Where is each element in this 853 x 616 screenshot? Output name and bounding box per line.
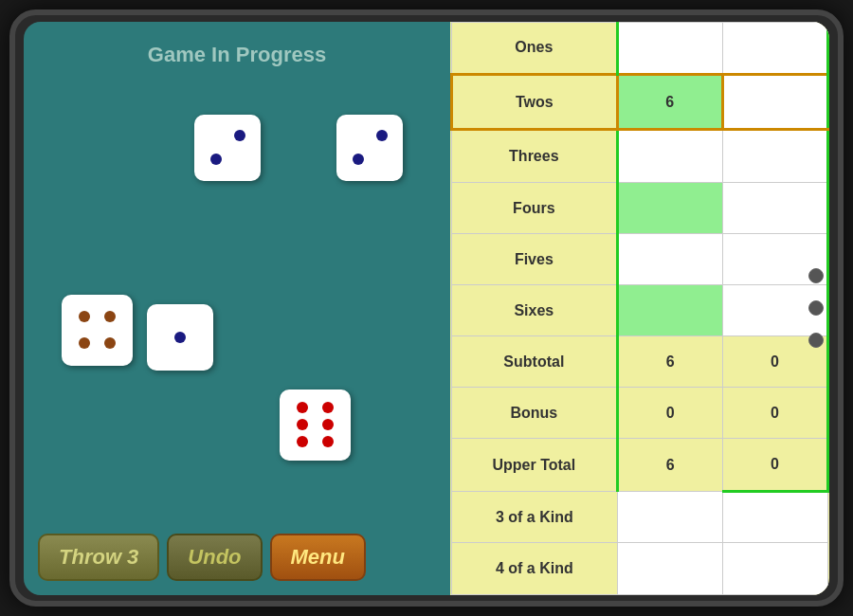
menu-button[interactable]: Menu xyxy=(270,534,366,581)
table-row-3ofkind[interactable]: 3 of a Kind xyxy=(452,492,828,543)
die-dot xyxy=(104,337,116,349)
score-p1: 6 xyxy=(617,439,722,492)
dot-cell xyxy=(370,148,393,172)
die-dot xyxy=(174,332,186,343)
score-p2 xyxy=(722,75,827,130)
die-3-dots xyxy=(62,295,133,366)
game-title: Game In Progress xyxy=(24,22,450,77)
die-dot xyxy=(297,419,308,430)
dot-cell xyxy=(71,330,98,356)
score-table: Ones Twos 6 Threes Fours xyxy=(450,22,829,595)
score-p2: 0 xyxy=(722,388,827,439)
table-row-ones[interactable]: Ones xyxy=(452,22,828,75)
table-row-subtotal: Subtotal 6 0 xyxy=(452,336,828,388)
die-1[interactable] xyxy=(194,115,261,181)
die-3[interactable] xyxy=(62,295,133,366)
die-4[interactable] xyxy=(147,304,213,371)
side-button-1[interactable] xyxy=(808,268,824,283)
die-5[interactable] xyxy=(280,390,351,461)
tablet-frame: Game In Progress xyxy=(9,9,844,607)
dot-cell xyxy=(204,148,227,172)
score-p1 xyxy=(617,492,722,543)
score-p2: 0 xyxy=(722,439,827,492)
die-dot xyxy=(234,130,245,141)
die-2-dots xyxy=(336,115,403,181)
score-p1: 0 xyxy=(617,388,722,439)
table-row-bonus: Bonus 0 0 xyxy=(452,388,828,439)
score-p1 xyxy=(617,234,722,285)
dot-cell xyxy=(346,148,370,172)
score-p2 xyxy=(722,22,827,75)
die-4-dots xyxy=(147,304,213,371)
die-dot xyxy=(376,130,388,141)
die-dot xyxy=(79,337,90,349)
die-dot xyxy=(322,402,334,413)
category-label: Fives xyxy=(452,234,618,285)
score-area: Ones Twos 6 Threes Fours xyxy=(450,22,829,595)
dot-cell xyxy=(316,433,342,450)
category-label: Twos xyxy=(452,75,618,130)
score-p2 xyxy=(722,492,827,543)
action-buttons: Throw 3 Undo Menu xyxy=(38,534,366,581)
table-row-twos[interactable]: Twos 6 xyxy=(452,75,828,130)
dot-cell xyxy=(370,124,393,148)
dot-cell xyxy=(346,124,370,148)
dot-cell xyxy=(289,416,316,433)
dot-cell xyxy=(289,433,316,450)
game-area: Game In Progress xyxy=(24,22,450,595)
die-dot xyxy=(353,154,364,165)
undo-button[interactable]: Undo xyxy=(167,534,262,581)
dot-cell xyxy=(71,304,98,331)
die-1-dots xyxy=(194,115,261,181)
score-p2 xyxy=(722,183,827,234)
dice-area xyxy=(24,77,450,503)
score-p1 xyxy=(617,22,722,75)
category-label: Bonus xyxy=(452,388,618,439)
table-row-4ofkind[interactable]: 4 of a Kind xyxy=(452,543,828,594)
score-p1: 6 xyxy=(617,336,722,388)
die-dot xyxy=(297,436,308,447)
score-p1 xyxy=(617,183,722,234)
throw-button[interactable]: Throw 3 xyxy=(38,534,159,581)
score-p2 xyxy=(722,130,827,183)
table-row-fours[interactable]: Fours xyxy=(452,183,828,234)
side-buttons xyxy=(808,268,824,348)
dot-cell xyxy=(98,304,124,331)
side-button-3[interactable] xyxy=(808,333,824,348)
score-p1: 6 xyxy=(617,75,722,130)
dot-cell xyxy=(98,330,124,356)
table-row-upper-total: Upper Total 6 0 xyxy=(452,439,828,492)
table-row-sixes[interactable]: Sixes xyxy=(452,285,828,336)
score-p1 xyxy=(617,130,722,183)
dot-cell xyxy=(316,399,342,416)
category-label: Ones xyxy=(452,22,618,75)
score-p1 xyxy=(617,285,722,336)
dot-cell xyxy=(227,124,251,148)
score-p2 xyxy=(722,543,827,594)
score-p1 xyxy=(617,543,722,594)
table-row-threes[interactable]: Threes xyxy=(452,130,828,183)
die-dot xyxy=(104,311,116,322)
die-dot xyxy=(322,419,334,430)
side-button-2[interactable] xyxy=(808,300,824,316)
category-label: Upper Total xyxy=(452,439,618,492)
category-label: Sixes xyxy=(452,285,618,336)
dot-cell xyxy=(227,148,251,172)
die-5-dots xyxy=(280,390,351,461)
category-label: 3 of a Kind xyxy=(452,492,618,543)
dot-cell xyxy=(316,416,342,433)
dot-cell xyxy=(204,124,227,148)
die-dot xyxy=(79,311,90,322)
category-label: Fours xyxy=(452,183,618,234)
die-dot xyxy=(210,154,222,165)
die-2[interactable] xyxy=(336,115,403,181)
die-dot xyxy=(322,436,334,447)
category-label: Subtotal xyxy=(452,336,618,388)
die-dot xyxy=(297,402,308,413)
table-row-fives[interactable]: Fives xyxy=(452,234,828,285)
tablet-screen: Game In Progress xyxy=(24,22,829,595)
category-label: 4 of a Kind xyxy=(452,543,618,594)
category-label: Threes xyxy=(452,130,618,183)
dot-cell xyxy=(289,399,316,416)
